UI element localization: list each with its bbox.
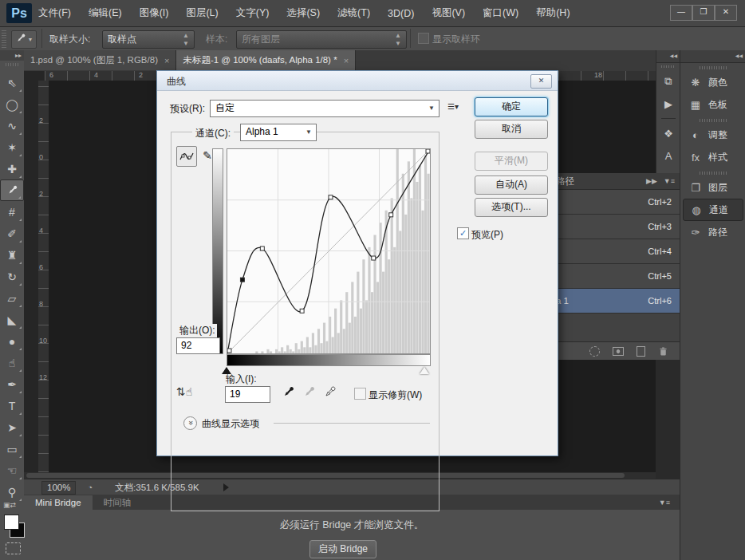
lasso-tool[interactable]: ∿	[0, 115, 24, 136]
close-tab-icon[interactable]: ×	[344, 56, 349, 65]
auto-button[interactable]: 自动(A)	[475, 175, 548, 195]
tab-timeline[interactable]: 时间轴	[93, 495, 143, 510]
path-select-tool[interactable]: ➤	[0, 416, 24, 438]
toolbar-expand-button[interactable]: ▸▸	[0, 50, 24, 61]
dock-item-路径[interactable]: ✑路径	[680, 221, 745, 243]
dock-item-图层[interactable]: ❐图层	[680, 176, 745, 199]
cancel-button[interactable]: 取消	[475, 120, 548, 139]
type-tool[interactable]: T	[0, 395, 24, 416]
channels-icon: ◍	[689, 203, 704, 217]
toolbar-grip[interactable]	[6, 63, 18, 66]
edit-points-mode-button[interactable]	[176, 146, 197, 167]
brush-tool[interactable]: ✐	[0, 223, 24, 244]
dock-item-调整[interactable]: ◐调整	[680, 124, 745, 146]
marquee-tool[interactable]: ◯	[0, 93, 24, 115]
dock-item-通道[interactable]: ◍通道	[683, 199, 743, 221]
panel-collapse-icon[interactable]: ▶▶	[646, 177, 657, 185]
document-tab-2[interactable]: 未标题-1 @ 100% (daafs, Alpha 1/8) *×	[176, 50, 356, 70]
on-image-adjustment-icon[interactable]: ⇅☝	[176, 385, 195, 403]
eyedropper-tool[interactable]	[0, 179, 24, 201]
styles-icon: fx	[688, 150, 703, 164]
input-gradient-bar	[227, 354, 431, 366]
dock-item-颜色[interactable]: ❋颜色	[680, 71, 745, 93]
separator	[410, 29, 411, 48]
show-ring-checkbox[interactable]	[418, 33, 429, 44]
options-button[interactable]: 选项(T)...	[475, 198, 548, 217]
panel-menu-icon[interactable]: ▼≡	[664, 177, 675, 185]
active-tool-chip[interactable]: ▼	[11, 30, 37, 49]
pen-tool[interactable]: ✒	[0, 373, 24, 395]
menu-item[interactable]: 视图(V)	[432, 6, 465, 20]
menu-item[interactable]: 窗口(W)	[483, 6, 518, 20]
menu-items: 文件(F)编辑(E)图像(I)图层(L)文字(Y)选择(S)滤镜(T)3D(D)…	[38, 0, 570, 26]
crop-tool[interactable]: #	[0, 201, 24, 223]
3d-icon[interactable]: ❖	[656, 122, 680, 144]
hand-tool[interactable]: ☜	[0, 459, 24, 481]
delete-channel-icon[interactable]	[658, 346, 668, 357]
close-tab-icon[interactable]: ×	[164, 56, 169, 65]
menu-item[interactable]: 选择(S)	[286, 6, 320, 20]
curve-display-options-expander-icon[interactable]: »	[183, 416, 197, 430]
character-panel-icon[interactable]: A	[656, 144, 680, 167]
curve-grid[interactable]	[227, 148, 431, 354]
preset-options-icon[interactable]: ☰▾	[447, 102, 459, 111]
healing-brush-tool[interactable]: ✚	[0, 158, 24, 179]
sample-size-select[interactable]: 取样点▲▼	[102, 30, 195, 49]
default-swatches-icon[interactable]: ▣⇄	[3, 501, 16, 509]
highlight-input-slider[interactable]	[420, 367, 429, 374]
menu-item[interactable]: 帮助(H)	[536, 6, 570, 20]
sample-select[interactable]: 所有图层▲▼	[236, 30, 407, 49]
preview-checkbox[interactable]: ✓	[457, 227, 469, 239]
magic-wand-tool[interactable]: ✶	[0, 136, 24, 158]
save-mask-icon[interactable]	[613, 347, 624, 356]
black-point-eyedropper-icon[interactable]	[282, 385, 296, 400]
collapse-dock-button[interactable]: ◀◀	[680, 50, 745, 63]
foreground-color-swatch[interactable]	[4, 515, 19, 530]
menu-item[interactable]: 3D(D)	[388, 8, 414, 19]
menu-item[interactable]: 文字(Y)	[236, 6, 270, 20]
smudge-tool[interactable]: ☝	[0, 352, 24, 373]
output-input[interactable]: 92	[176, 337, 220, 354]
dialog-close-button[interactable]: ✕	[530, 74, 552, 89]
options-grip[interactable]	[2, 30, 6, 48]
launch-bridge-button[interactable]: 启动 Bridge	[309, 540, 376, 558]
panel-menu-icon[interactable]: ▼≡	[659, 495, 680, 510]
paint-bucket-tool[interactable]: ◣	[0, 309, 24, 330]
ruler-number: 0	[39, 153, 43, 161]
ok-button[interactable]: 确定	[475, 97, 548, 116]
minimize-button[interactable]: —	[670, 5, 692, 21]
dock-item-label: 通道	[709, 203, 728, 217]
input-input[interactable]: 19	[225, 386, 270, 403]
maximize-button[interactable]: ❐	[692, 5, 715, 21]
clone-stamp-tool[interactable]: ♜	[0, 244, 24, 266]
new-channel-icon[interactable]	[637, 346, 645, 357]
zoom-tool[interactable]: ⚲	[0, 481, 24, 503]
dock-item-色板[interactable]: ▦色板	[680, 93, 745, 116]
tab-mini-bridge[interactable]: Mini Bridge	[24, 495, 93, 510]
menu-item[interactable]: 图像(I)	[140, 6, 169, 20]
history-brush-tool[interactable]: ↻	[0, 266, 24, 287]
close-button[interactable]: ✕	[715, 5, 737, 21]
blur-tool[interactable]: ●	[0, 330, 24, 352]
play-icon[interactable]: ▶	[656, 93, 680, 115]
dialog-title: 曲线	[167, 75, 186, 89]
dock-item-样式[interactable]: fx样式	[680, 146, 745, 168]
clone-source-icon[interactable]: ⧉	[656, 70, 680, 93]
move-tool[interactable]: ⇖	[0, 72, 24, 93]
menu-item[interactable]: 滤镜(T)	[337, 6, 370, 20]
dialog-titlebar[interactable]: 曲线	[157, 71, 558, 91]
tools-panel: ▸▸ ⇖◯∿✶✚#✐♜↻▱◣●☝✒T➤▭☜⚲ ▣⇄	[0, 50, 25, 560]
menu-item[interactable]: 文件(F)	[38, 6, 71, 20]
document-tab-1[interactable]: 1.psd @ 100% (图层 1, RGB/8)×	[24, 50, 176, 70]
channel-select[interactable]: Alpha 1▼	[240, 124, 317, 141]
zoom-level-field[interactable]: 100%	[41, 481, 76, 495]
menu-item[interactable]: 编辑(E)	[89, 6, 122, 20]
menu-item[interactable]: 图层(L)	[186, 6, 218, 20]
white-point-eyedropper-icon[interactable]	[323, 385, 337, 400]
quick-mask-icon[interactable]	[6, 542, 21, 554]
collapse-strip-button[interactable]: ◀◀	[656, 50, 680, 63]
shape-tool[interactable]: ▭	[0, 438, 24, 459]
preset-select[interactable]: 自定▼	[210, 100, 440, 117]
load-selection-icon[interactable]	[589, 346, 600, 357]
eraser-tool[interactable]: ▱	[0, 287, 24, 309]
